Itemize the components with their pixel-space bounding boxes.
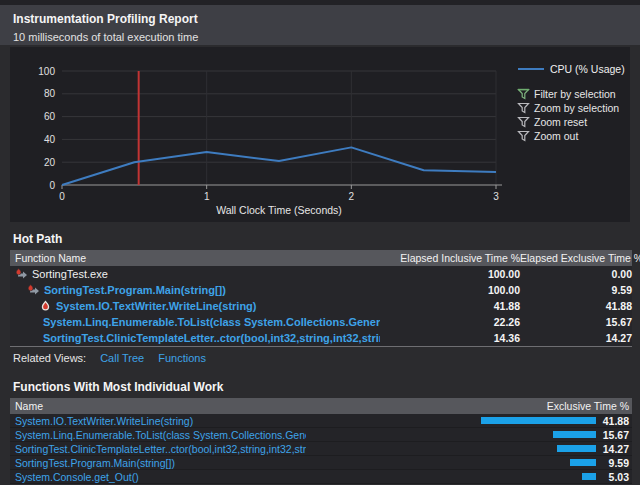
svg-text:60: 60	[44, 111, 56, 122]
svg-text:100: 100	[38, 66, 55, 77]
hot-path-function-cell: System.Linq.Enumerable.ToList(class Syst…	[10, 316, 380, 328]
chart-action-label: Zoom reset	[534, 116, 587, 128]
related-link-call-tree[interactable]: Call Tree	[100, 352, 144, 364]
elapsed-inclusive-value: 100.00	[380, 268, 520, 280]
function-work-row[interactable]: System.Console.get_Out()5.03	[10, 470, 632, 484]
function-link[interactable]: SortingTest.ClinicTemplateLetter..ctor(b…	[43, 332, 380, 344]
functions-most-work-title: Functions With Most Individual Work	[0, 380, 640, 394]
svg-text:80: 80	[44, 88, 56, 99]
exclusive-time-bar-cell	[306, 459, 596, 466]
exclusive-time-bar-cell	[306, 473, 596, 480]
exclusive-time-value: 41.88	[596, 415, 632, 427]
function-link[interactable]: System.IO.TextWriter.WriteLine(string)	[10, 415, 306, 427]
svg-text:20: 20	[44, 157, 56, 168]
chart-action-label: Zoom out	[534, 130, 578, 142]
function-link[interactable]: System.Linq.Enumerable.ToList(class Syst…	[43, 316, 380, 328]
chart-legend: CPU (% Usage)	[518, 63, 625, 75]
elapsed-exclusive-value: 9.59	[520, 284, 632, 296]
function-link[interactable]: System.Console.get_Out()	[10, 471, 306, 483]
hot-path-icon	[15, 268, 28, 280]
hot-path-function-cell: SortingTest.Program.Main(string[])	[10, 284, 380, 296]
zoom-funnel-icon	[517, 130, 530, 142]
hot-path-row[interactable]: System.IO.TextWriter.WriteLine(string)41…	[10, 298, 632, 314]
function-label: SortingTest.exe	[32, 268, 108, 280]
exclusive-time-bar-cell	[306, 445, 596, 452]
elapsed-inclusive-value: 100.00	[380, 284, 520, 296]
svg-text:40: 40	[44, 134, 56, 145]
exclusive-time-value: 14.27	[596, 443, 632, 455]
cpu-usage-chart-panel: 0204060801000123Wall Clock Time (Seconds…	[10, 47, 630, 222]
function-link[interactable]: System.IO.TextWriter.WriteLine(string)	[56, 300, 257, 312]
exclusive-time-value: 9.59	[596, 457, 632, 469]
elapsed-inclusive-value: 14.36	[380, 332, 520, 344]
function-work-row[interactable]: System.IO.TextWriter.WriteLine(string)41…	[10, 414, 632, 428]
exclusive-time-bar-cell	[306, 417, 596, 424]
elapsed-inclusive-value: 22.26	[380, 316, 520, 328]
function-link[interactable]: SortingTest.Program.Main(string[])	[44, 284, 226, 296]
elapsed-exclusive-value: 0.00	[520, 268, 632, 280]
page-subtitle: 10 milliseconds of total execution time	[13, 31, 627, 43]
svg-text:0: 0	[59, 191, 65, 202]
chart-action-zoom-reset[interactable]: Zoom reset	[517, 115, 619, 129]
zoom-funnel-icon	[517, 116, 530, 128]
column-header-elapsed-inclusive[interactable]: Elapsed Inclusive Time %	[380, 252, 520, 264]
exclusive-time-bar	[553, 431, 596, 438]
column-header-exclusive-time[interactable]: Exclusive Time %	[306, 400, 632, 412]
related-link-functions[interactable]: Functions	[158, 352, 206, 364]
chart-actions: Filter by selectionZoom by selectionZoom…	[517, 87, 619, 143]
hot-path-icon	[27, 284, 40, 296]
column-header-function-name[interactable]: Function Name	[10, 252, 380, 264]
zoom-funnel-icon	[517, 102, 530, 114]
flame-icon	[39, 300, 52, 312]
hot-path-row[interactable]: SortingTest.Program.Main(string[])100.00…	[10, 282, 632, 298]
hot-path-row[interactable]: System.Linq.Enumerable.ToList(class Syst…	[10, 314, 632, 330]
x-axis-label: Wall Clock Time (Seconds)	[216, 204, 342, 216]
hot-path-function-cell: SortingTest.exe	[10, 268, 380, 280]
hot-path-title: Hot Path	[0, 232, 640, 246]
svg-text:0: 0	[49, 180, 55, 191]
exclusive-time-value: 15.67	[596, 429, 632, 441]
chart-action-label: Filter by selection	[534, 88, 616, 100]
chart-action-zoom-by-selection[interactable]: Zoom by selection	[517, 101, 619, 115]
exclusive-time-bar	[582, 473, 596, 480]
exclusive-time-value: 5.03	[596, 471, 632, 483]
elapsed-exclusive-value: 15.67	[520, 316, 632, 328]
elapsed-exclusive-value: 41.88	[520, 300, 632, 312]
exclusive-time-bar	[557, 445, 596, 452]
related-views: Related Views: Call Tree Functions	[0, 347, 640, 367]
function-link[interactable]: SortingTest.ClinicTemplateLetter..ctor(b…	[10, 443, 306, 455]
function-work-row[interactable]: SortingTest.Program.Main(string[])9.59	[10, 456, 632, 470]
elapsed-exclusive-value: 14.27	[520, 332, 632, 344]
chart-action-zoom-out[interactable]: Zoom out	[517, 129, 619, 143]
legend-line-swatch	[518, 68, 544, 70]
hot-path-function-cell: System.IO.TextWriter.WriteLine(string)	[10, 300, 380, 312]
cpu-usage-series-line	[62, 147, 496, 185]
hot-path-table-header: Function Name Elapsed Inclusive Time % E…	[10, 250, 632, 266]
elapsed-inclusive-value: 41.88	[380, 300, 520, 312]
report-header: Instrumentation Profiling Report 10 mill…	[0, 5, 640, 45]
chart-action-label: Zoom by selection	[534, 102, 619, 114]
hot-path-row[interactable]: SortingTest.exe100.000.00	[10, 266, 632, 282]
exclusive-time-bar	[481, 417, 596, 424]
functions-most-work-table: Name Exclusive Time % System.IO.TextWrit…	[10, 398, 632, 484]
function-work-row[interactable]: System.Linq.Enumerable.ToList(class Syst…	[10, 428, 632, 442]
exclusive-time-bar-cell	[306, 431, 596, 438]
svg-text:2: 2	[349, 191, 355, 202]
chart-action-filter-by-selection[interactable]: Filter by selection	[517, 87, 619, 101]
column-header-elapsed-exclusive[interactable]: Elapsed Exclusive Time %	[520, 252, 632, 264]
function-link[interactable]: SortingTest.Program.Main(string[])	[10, 457, 306, 469]
exclusive-time-bar	[570, 459, 596, 466]
svg-text:3: 3	[493, 191, 499, 202]
related-views-label: Related Views:	[13, 352, 86, 364]
function-link[interactable]: System.Linq.Enumerable.ToList(class Syst…	[10, 429, 306, 441]
svg-text:1: 1	[204, 191, 210, 202]
hot-path-row[interactable]: SortingTest.ClinicTemplateLetter..ctor(b…	[10, 330, 632, 346]
filter-funnel-icon	[517, 88, 530, 100]
legend-label: CPU (% Usage)	[550, 63, 625, 75]
column-header-name[interactable]: Name	[10, 400, 306, 412]
hot-path-table: Function Name Elapsed Inclusive Time % E…	[10, 250, 632, 346]
functions-table-header: Name Exclusive Time %	[10, 398, 632, 414]
hot-path-function-cell: SortingTest.ClinicTemplateLetter..ctor(b…	[10, 332, 380, 344]
page-title: Instrumentation Profiling Report	[13, 12, 627, 26]
function-work-row[interactable]: SortingTest.ClinicTemplateLetter..ctor(b…	[10, 442, 632, 456]
